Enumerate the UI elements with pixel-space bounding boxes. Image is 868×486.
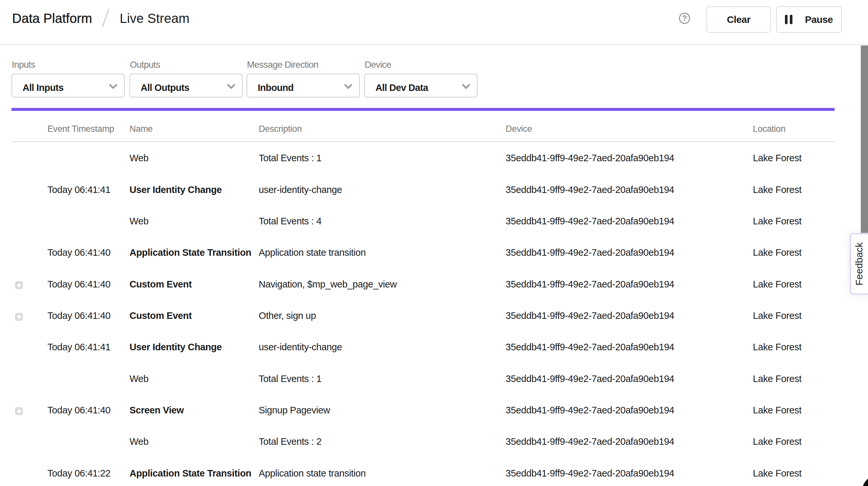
svg-text:?: ? [682,14,687,23]
